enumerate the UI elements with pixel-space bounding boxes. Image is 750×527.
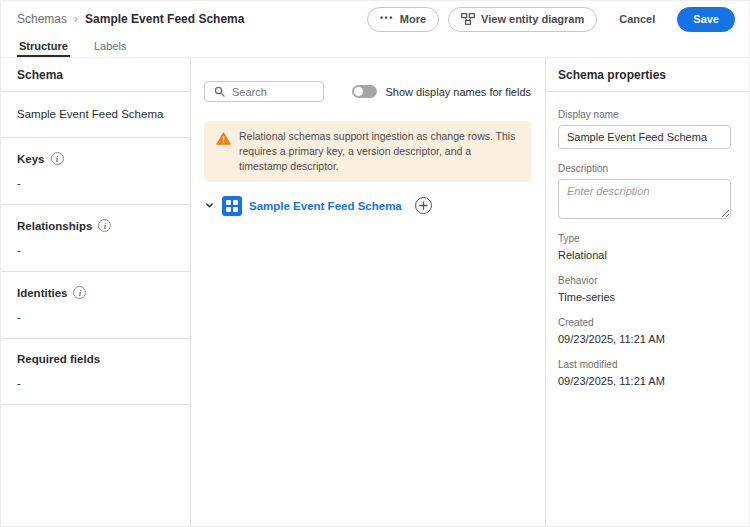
toggle-knob	[354, 87, 363, 96]
schema-root-node: Sample Event Feed Schema	[204, 196, 531, 216]
display-name-label: Display name	[558, 109, 731, 120]
identities-info-icon[interactable]: i	[73, 286, 86, 299]
warning-icon	[216, 131, 231, 149]
sidebar-item-schema-name[interactable]: Sample Event Feed Schema	[1, 92, 190, 138]
description-label: Description	[558, 163, 731, 174]
sidebar-section-required-fields-label-row: Required fields	[17, 353, 174, 365]
identities-value: -	[17, 311, 174, 323]
description-textarea[interactable]	[558, 179, 731, 219]
schema-sidebar: Schema Sample Event Feed Schema Keys i -…	[1, 58, 191, 527]
more-button-label: More	[400, 13, 426, 25]
created-value: 09/23/2025, 11:21 AM	[558, 333, 731, 345]
keys-value: -	[17, 177, 174, 189]
add-field-button[interactable]	[415, 197, 432, 214]
search-icon	[214, 86, 225, 97]
sidebar-section-identities-label-row: Identities i	[17, 286, 174, 299]
last-modified-label: Last modified	[558, 359, 731, 370]
behavior-label: Behavior	[558, 275, 731, 286]
tab-bar: Structure Labels	[1, 37, 749, 58]
display-name-input[interactable]	[558, 125, 731, 149]
plus-icon	[419, 201, 428, 210]
identities-label: Identities	[17, 287, 67, 299]
warning-text: Relational schemas support ingestion as …	[239, 129, 521, 174]
show-display-names-toggle-label: Show display names for fields	[385, 86, 531, 98]
relational-warning-banner: Relational schemas support ingestion as …	[204, 121, 531, 182]
relationships-label: Relationships	[17, 220, 92, 232]
schema-editor-app: Schemas › Sample Event Feed Schema ••• M…	[0, 0, 750, 527]
type-label: Type	[558, 233, 731, 244]
type-value: Relational	[558, 249, 731, 261]
chevron-down-icon[interactable]	[204, 199, 215, 212]
entity-diagram-icon	[461, 13, 475, 25]
save-button[interactable]: Save	[677, 7, 735, 32]
field-search-box	[204, 81, 324, 102]
required-fields-value: -	[17, 377, 174, 389]
sidebar-section-keys: Keys i -	[1, 138, 190, 205]
schema-sidebar-title: Schema	[1, 58, 190, 92]
required-fields-label: Required fields	[17, 353, 100, 365]
created-label: Created	[558, 317, 731, 328]
structure-canvas: Show display names for fields Relational…	[191, 58, 546, 527]
relationships-info-icon[interactable]: i	[98, 219, 111, 232]
topbar-actions: ••• More View entity diagram Cancel Save	[367, 7, 735, 32]
schema-node-icon	[222, 196, 242, 216]
schema-properties-panel: Schema properties Display name Descripti…	[546, 58, 749, 527]
tab-labels[interactable]: Labels	[92, 40, 128, 57]
display-names-toggle-group: Show display names for fields	[352, 85, 531, 98]
canvas-toolbar: Show display names for fields	[204, 81, 531, 102]
sidebar-section-relationships-label-row: Relationships i	[17, 219, 174, 232]
view-entity-diagram-button[interactable]: View entity diagram	[448, 7, 597, 32]
schema-node-label[interactable]: Sample Event Feed Schema	[249, 200, 402, 212]
last-modified-value: 09/23/2025, 11:21 AM	[558, 375, 731, 387]
behavior-value: Time-series	[558, 291, 731, 303]
more-button[interactable]: ••• More	[367, 7, 439, 32]
keys-label: Keys	[17, 153, 45, 165]
view-entity-diagram-label: View entity diagram	[481, 13, 584, 25]
schema-properties-body: Display name Description Type Relational…	[546, 92, 749, 387]
breadcrumb: Schemas › Sample Event Feed Schema	[17, 12, 244, 26]
more-dots-icon: •••	[380, 13, 394, 23]
breadcrumb-schemas-link[interactable]: Schemas	[17, 12, 67, 26]
schema-properties-title: Schema properties	[546, 58, 749, 92]
show-display-names-toggle[interactable]	[352, 85, 377, 98]
cancel-button[interactable]: Cancel	[606, 7, 668, 32]
search-input[interactable]	[232, 86, 314, 98]
sidebar-section-keys-label-row: Keys i	[17, 152, 174, 165]
content: Schema Sample Event Feed Schema Keys i -…	[1, 58, 749, 527]
sidebar-section-required-fields: Required fields -	[1, 339, 190, 405]
tab-structure[interactable]: Structure	[17, 40, 70, 57]
sidebar-section-identities: Identities i -	[1, 272, 190, 339]
breadcrumb-separator: ›	[74, 12, 78, 26]
keys-info-icon[interactable]: i	[51, 152, 64, 165]
sidebar-section-relationships: Relationships i -	[1, 205, 190, 272]
relationships-value: -	[17, 244, 174, 256]
topbar: Schemas › Sample Event Feed Schema ••• M…	[1, 1, 749, 37]
breadcrumb-current: Sample Event Feed Schema	[85, 12, 244, 26]
